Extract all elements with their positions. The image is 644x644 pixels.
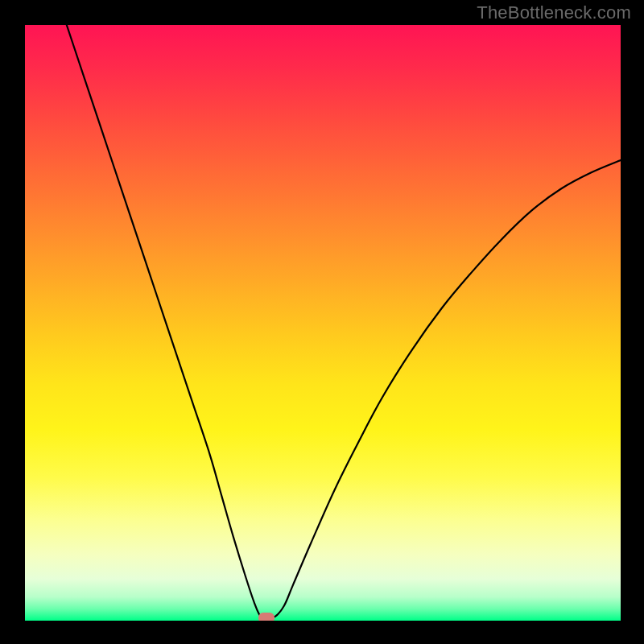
bottleneck-curve: [25, 25, 621, 621]
minimum-marker: [258, 613, 275, 621]
watermark-text: TheBottleneck.com: [477, 2, 631, 23]
chart-outer-frame: TheBottleneck.com: [0, 0, 644, 644]
plot-area: [25, 25, 621, 621]
